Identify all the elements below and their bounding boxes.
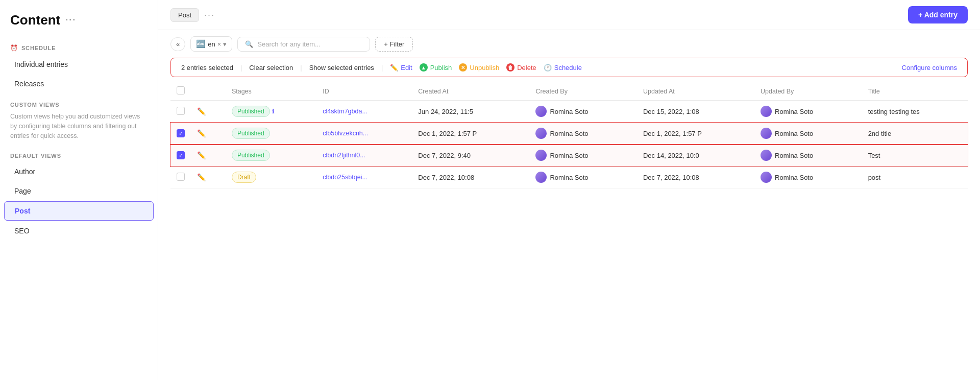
clock-icon: ⏰ bbox=[10, 44, 18, 52]
select-all-checkbox[interactable] bbox=[177, 86, 185, 94]
row-updated-by-cell: Romina Soto bbox=[754, 101, 862, 123]
created-by-name: Romina Soto bbox=[550, 108, 588, 115]
edit-action-button[interactable]: ✏️ Edit bbox=[390, 64, 412, 72]
row-updated-at-cell: Dec 1, 2022, 1:57 P bbox=[637, 123, 754, 145]
row-checkbox-cell bbox=[170, 101, 191, 123]
row-edit-cell: ✏️ bbox=[191, 123, 226, 145]
configure-columns-button[interactable]: Configure columns bbox=[902, 64, 957, 72]
edit-row-icon[interactable]: ✏️ bbox=[197, 129, 206, 137]
updated-by-name: Romina Soto bbox=[775, 174, 813, 181]
publish-action-button[interactable]: ▲ Publish bbox=[420, 63, 452, 72]
collapse-button[interactable]: « bbox=[170, 37, 185, 51]
row-title-cell: post bbox=[862, 167, 968, 188]
row-updated-at-cell: Dec 7, 2022, 10:08 bbox=[637, 167, 754, 188]
th-stages: Stages bbox=[226, 82, 316, 101]
topbar-dots[interactable]: ··· bbox=[204, 10, 215, 20]
lang-remove-icon[interactable]: × bbox=[217, 40, 222, 48]
selection-count: 2 entries selected bbox=[181, 64, 233, 72]
row-title-cell: 2nd title bbox=[862, 123, 968, 145]
stage-badge: Published bbox=[232, 150, 270, 161]
sidebar-item-post[interactable]: Post bbox=[4, 201, 154, 221]
row-title-cell: Test bbox=[862, 145, 968, 167]
filter-button[interactable]: + Filter bbox=[375, 37, 413, 52]
row-updated-by-cell: Romina Soto bbox=[754, 145, 862, 167]
row-id-cell: clbdn2fjithnl0... bbox=[316, 145, 412, 167]
sidebar-item-author[interactable]: Author bbox=[4, 162, 154, 181]
table-row: ✓✏️Publishedclbdn2fjithnl0...Dec 7, 2022… bbox=[170, 145, 968, 167]
row-created-at-cell: Dec 1, 2022, 1:57 P bbox=[412, 123, 529, 145]
topbar-left: Post ··· bbox=[170, 8, 215, 22]
post-tab[interactable]: Post bbox=[170, 8, 199, 22]
row-edit-cell: ✏️ bbox=[191, 101, 226, 123]
sidebar: Content ··· ⏰ SCHEDULE Individual entrie… bbox=[0, 0, 158, 380]
row-checkbox-cell bbox=[170, 167, 191, 188]
avatar bbox=[535, 172, 547, 183]
language-selector[interactable]: 🔤 en × ▾ bbox=[190, 36, 232, 52]
row-checkbox[interactable] bbox=[177, 107, 185, 115]
sidebar-item-individual-entries[interactable]: Individual entries bbox=[4, 55, 154, 74]
toolbar: « 🔤 en × ▾ 🔍 Search for any item... + Fi… bbox=[158, 30, 980, 58]
avatar bbox=[535, 128, 547, 139]
row-updated-at-cell: Dec 15, 2022, 1:08 bbox=[637, 101, 754, 123]
row-updated-at-cell: Dec 14, 2022, 10:0 bbox=[637, 145, 754, 167]
lang-code: en bbox=[208, 40, 215, 48]
row-stage-cell: Draft bbox=[226, 167, 316, 188]
row-id-cell: clb5blvzekcnh... bbox=[316, 123, 412, 145]
content-table-wrap: Stages ID Created At Created By Updated … bbox=[158, 82, 980, 380]
updated-by-name: Romina Soto bbox=[775, 108, 813, 115]
edit-row-icon[interactable]: ✏️ bbox=[197, 107, 206, 115]
default-views-section-label: DEFAULT VIEWS bbox=[0, 147, 158, 162]
avatar bbox=[761, 172, 772, 183]
row-created-by-cell: Romina Soto bbox=[529, 101, 637, 123]
add-entry-button[interactable]: + Add entry bbox=[908, 6, 968, 23]
row-stage-cell: Publishedℹ bbox=[226, 101, 316, 123]
content-table: Stages ID Created At Created By Updated … bbox=[170, 82, 968, 188]
clear-selection-button[interactable]: Clear selection bbox=[249, 64, 293, 72]
row-stage-cell: Published bbox=[226, 145, 316, 167]
th-updated-by: Updated By bbox=[754, 82, 862, 101]
avatar bbox=[761, 106, 772, 117]
stage-badge: Published bbox=[232, 106, 270, 117]
edit-icon: ✏️ bbox=[390, 64, 398, 72]
lang-chevron-icon[interactable]: ▾ bbox=[223, 40, 227, 48]
custom-views-description: Custom views help you add customized vie… bbox=[0, 112, 158, 147]
sidebar-item-page[interactable]: Page bbox=[4, 182, 154, 200]
created-by-name: Romina Soto bbox=[550, 152, 588, 159]
unpublish-action-button[interactable]: ✕ Unpublish bbox=[459, 63, 499, 72]
created-by-name: Romina Soto bbox=[550, 130, 588, 137]
edit-row-icon[interactable]: ✏️ bbox=[197, 151, 206, 159]
publish-dot-icon: ▲ bbox=[420, 63, 428, 72]
avatar bbox=[535, 106, 547, 117]
search-bar[interactable]: 🔍 Search for any item... bbox=[237, 37, 370, 52]
th-updated-at: Updated At bbox=[637, 82, 754, 101]
row-checkbox[interactable]: ✓ bbox=[177, 129, 185, 137]
row-checkbox[interactable]: ✓ bbox=[177, 151, 185, 159]
th-checkbox bbox=[170, 82, 191, 101]
selection-bar: 2 entries selected | Clear selection | S… bbox=[170, 58, 968, 77]
sidebar-item-releases[interactable]: Releases bbox=[4, 75, 154, 93]
schedule-clock-icon: 🕐 bbox=[544, 64, 552, 72]
info-icon[interactable]: ℹ bbox=[272, 108, 275, 115]
table-row: ✏️Draftclbdo25sbtqei...Dec 7, 2022, 10:0… bbox=[170, 167, 968, 188]
row-checkbox[interactable] bbox=[177, 173, 185, 181]
search-placeholder: Search for any item... bbox=[257, 40, 321, 48]
show-selected-button[interactable]: Show selected entries bbox=[309, 64, 374, 72]
row-updated-by-cell: Romina Soto bbox=[754, 123, 862, 145]
custom-views-section-label: CUSTOM VIEWS bbox=[0, 93, 158, 112]
row-created-by-cell: Romina Soto bbox=[529, 123, 637, 145]
row-checkbox-cell: ✓ bbox=[170, 123, 191, 145]
delete-action-button[interactable]: 🗑 Delete bbox=[506, 63, 536, 72]
sidebar-item-seo[interactable]: SEO bbox=[4, 222, 154, 240]
avatar bbox=[761, 128, 772, 139]
content-title-dots[interactable]: ··· bbox=[65, 15, 76, 26]
unpublish-dot-icon: ✕ bbox=[459, 63, 467, 72]
delete-dot-icon: 🗑 bbox=[506, 63, 514, 72]
edit-row-icon[interactable]: ✏️ bbox=[197, 173, 206, 181]
content-title: Content bbox=[10, 12, 60, 28]
th-created-by: Created By bbox=[529, 82, 637, 101]
avatar bbox=[535, 150, 547, 161]
schedule-action-button[interactable]: 🕐 Schedule bbox=[544, 64, 582, 72]
row-stage-cell: Published bbox=[226, 123, 316, 145]
main-content: Post ··· + Add entry « 🔤 en × ▾ 🔍 Search… bbox=[158, 0, 980, 380]
translate-icon: 🔤 bbox=[196, 39, 206, 49]
